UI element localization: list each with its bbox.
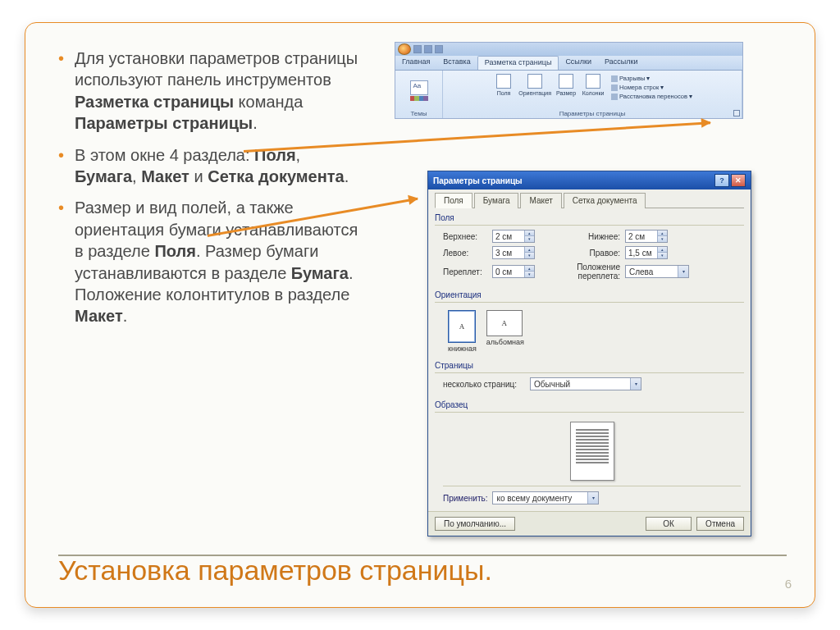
hyphen-icon — [611, 94, 618, 100]
tab-fields[interactable]: Поля — [435, 193, 472, 208]
close-button[interactable]: ✕ — [731, 174, 746, 187]
tab-mailings[interactable]: Рассылки — [598, 56, 644, 70]
ok-button[interactable]: ОК — [646, 517, 692, 531]
margins-button[interactable]: Поля — [492, 74, 515, 96]
save-icon[interactable] — [413, 45, 422, 53]
ribbon-tabs: Главная Вставка Разметка страницы Ссылки… — [395, 56, 742, 71]
tab-layout[interactable]: Макет — [520, 193, 561, 208]
default-button[interactable]: По умолчанию... — [435, 517, 515, 531]
top-margin-input[interactable]: 2 см▴▾ — [492, 230, 535, 243]
fields-group: Поля Верхнее: 2 см▴▾ Нижнее: 2 см▴▾ Лево… — [435, 213, 744, 285]
multiple-pages-select[interactable]: Обычный▾ — [530, 377, 641, 390]
orientation-icon — [527, 74, 542, 89]
tab-home[interactable]: Главная — [395, 56, 436, 70]
help-button[interactable]: ? — [714, 174, 729, 187]
orientation-button[interactable]: Ориентация — [517, 74, 553, 96]
gutter-input[interactable]: 0 см▴▾ — [492, 265, 535, 278]
group-themes: Темы — [395, 71, 443, 118]
size-icon — [559, 74, 573, 89]
quick-access-toolbar — [395, 43, 742, 56]
redo-icon[interactable] — [435, 45, 443, 53]
tab-paper[interactable]: Бумага — [474, 193, 519, 208]
tab-page-layout[interactable]: Разметка страницы — [477, 56, 559, 70]
office-button-icon[interactable] — [398, 43, 411, 55]
gutter-position-select[interactable]: Слева▾ — [625, 265, 689, 278]
breaks-icon — [611, 75, 618, 82]
hyphenation-button[interactable]: Расстановка переносов▾ — [611, 92, 692, 101]
preview-page-icon — [570, 422, 614, 481]
size-button[interactable]: Размер — [555, 74, 578, 96]
page-setup-dialog: Параметры страницы ? ✕ Поля Бумага Макет… — [427, 171, 751, 536]
cancel-button[interactable]: Отмена — [696, 517, 744, 531]
right-margin-input[interactable]: 1,5 см▴▾ — [625, 246, 668, 259]
tab-insert[interactable]: Вставка — [436, 56, 477, 70]
orientation-group: Ориентация A книжная A альбомная — [435, 290, 744, 356]
pages-group: Страницы несколько страниц: Обычный▾ — [435, 361, 744, 395]
slide-number: 6 — [785, 577, 792, 591]
apply-to-select[interactable]: ко всему документу▾ — [492, 491, 599, 504]
page-small-commands: Разрывы▾ Номера строк▾ Расстановка перен… — [609, 74, 692, 101]
landscape-option[interactable]: A альбомная — [486, 310, 524, 353]
margins-icon — [496, 74, 511, 89]
portrait-option[interactable]: A книжная — [448, 310, 477, 353]
group-themes-label: Темы — [410, 109, 427, 117]
bottom-margin-input[interactable]: 2 см▴▾ — [625, 230, 668, 243]
slide: Для установки параметров страницы исполь… — [25, 22, 815, 608]
themes-icon[interactable] — [410, 80, 428, 95]
undo-icon[interactable] — [424, 45, 432, 53]
columns-button[interactable]: Колонки — [579, 74, 607, 96]
bullet-2: В этом окне 4 раздела: Поля, Бумага, Мак… — [68, 144, 363, 188]
slide-title: Установка параметров страницы. — [58, 555, 492, 586]
tab-grid[interactable]: Сетка документа — [564, 193, 646, 208]
line-numbers-button[interactable]: Номера строк▾ — [611, 83, 692, 92]
tab-references[interactable]: Ссылки — [559, 56, 598, 70]
dialog-tabs: Поля Бумага Макет Сетка документа — [435, 193, 744, 208]
ribbon-screenshot: Главная Вставка Разметка страницы Ссылки… — [395, 42, 743, 119]
breaks-button[interactable]: Разрывы▾ — [611, 74, 692, 83]
left-margin-input[interactable]: 3 см▴▾ — [492, 246, 535, 259]
dialog-titlebar: Параметры страницы ? ✕ — [428, 171, 751, 189]
columns-icon — [586, 74, 600, 89]
bullet-list: Для установки параметров страницы исполь… — [53, 48, 363, 327]
dialog-title: Параметры страницы — [433, 176, 523, 185]
preview-group: Образец Применить: ко всему документу▾ — [435, 400, 744, 506]
bullet-1: Для установки параметров страницы исполь… — [68, 48, 363, 135]
linenum-icon — [611, 84, 618, 91]
group-page-setup: Поля Ориентация Размер Колонки Разрывы▾ … — [443, 71, 742, 118]
dialog-launcher-icon[interactable] — [733, 110, 740, 116]
group-page-setup-label: Параметры страницы — [559, 109, 626, 117]
